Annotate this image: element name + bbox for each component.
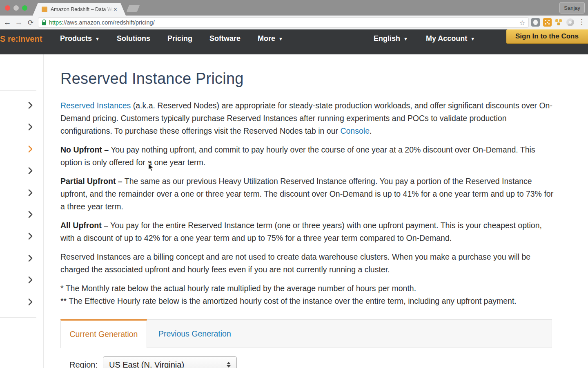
- partial-upfront-paragraph: Partial Upfront – The same as our previo…: [60, 175, 554, 213]
- region-select[interactable]: US East (N. Virginia): [103, 356, 237, 368]
- extension-icon[interactable]: [543, 18, 552, 27]
- footnotes: * The Monthly rate below the actual hour…: [60, 282, 554, 307]
- console-link[interactable]: Console: [340, 126, 370, 135]
- tab-title: Amazon Redshift – Data Wareh: [51, 7, 113, 12]
- profile-name: Sanjay: [564, 5, 580, 11]
- page-title: Reserved Instance Pricing: [60, 70, 588, 88]
- pricing-tabs: Previous Generation Current Generation R…: [60, 319, 552, 368]
- chevron-down-icon: ▼: [403, 36, 408, 41]
- aws-nav-bar: S re:Invent Products ▼ Solutions Pricing…: [0, 29, 588, 54]
- nav-products[interactable]: Products ▼: [60, 34, 100, 43]
- address-bar[interactable]: https ://aws.amazon.com/redshift/pricing…: [38, 17, 529, 28]
- intro-paragraph: Reserved Instances (a.k.a. Reserved Node…: [60, 99, 554, 137]
- page-content: Reserved Instance Pricing Reserved Insta…: [44, 54, 588, 368]
- chevron-down-icon: ▼: [278, 36, 283, 41]
- sidebar-item-chevron[interactable]: [28, 167, 33, 175]
- window-close-button[interactable]: [5, 5, 10, 11]
- browser-profile-button[interactable]: Sanjay: [559, 2, 585, 13]
- sidebar-divider: [0, 90, 36, 91]
- nav-right-items: English ▼ My Account ▼: [374, 33, 475, 44]
- collapsed-sidebar: [0, 54, 44, 368]
- nav-solutions[interactable]: Solutions: [117, 34, 150, 43]
- nav-software[interactable]: Software: [209, 34, 241, 43]
- aws-reinvent-logo[interactable]: S re:Invent: [0, 34, 42, 44]
- tab-strip-background: Previous Generation: [147, 319, 552, 348]
- extension-icon[interactable]: [531, 18, 540, 27]
- sidebar-item-chevron[interactable]: [28, 254, 33, 262]
- browser-menu-icon[interactable]: ⋮: [578, 18, 585, 26]
- no-upfront-paragraph: No Upfront – You pay nothing upfront, an…: [60, 144, 554, 169]
- nav-items: Products ▼ Solutions Pricing Software Mo…: [60, 33, 283, 44]
- extension-icon[interactable]: [566, 18, 574, 26]
- reserved-instances-link[interactable]: Reserved Instances: [60, 101, 131, 110]
- region-label: Region:: [69, 360, 98, 368]
- browser-titlebar: Amazon Redshift – Data Wareh × Sanjay: [0, 0, 588, 16]
- sidebar-item-chevron[interactable]: [28, 232, 33, 240]
- extension-icon[interactable]: [555, 18, 563, 27]
- nav-my-account[interactable]: My Account ▼: [426, 34, 475, 43]
- sign-in-console-button[interactable]: Sign In to the Cons: [506, 29, 588, 44]
- region-selected-value: US East (N. Virginia): [109, 360, 184, 368]
- bookmark-star-icon[interactable]: ☆: [519, 19, 525, 27]
- tab-previous-generation[interactable]: Previous Generation: [158, 329, 231, 339]
- nav-language[interactable]: English ▼: [374, 34, 408, 43]
- browser-toolbar: ← → ⟳ https ://aws.amazon.com/redshift/p…: [0, 16, 588, 29]
- all-upfront-paragraph: All Upfront – You pay for the entire Res…: [60, 219, 554, 245]
- footnote-effective-hourly: ** The Effective Hourly rate below is th…: [60, 295, 554, 307]
- secure-lock-icon: [42, 19, 47, 26]
- back-icon[interactable]: ←: [2, 17, 13, 28]
- billing-paragraph: Reserved Instances are a billing concept…: [60, 251, 554, 276]
- sidebar-item-chevron[interactable]: [28, 211, 33, 218]
- sidebar-divider: [0, 317, 36, 318]
- sidebar-item-chevron-active[interactable]: [28, 145, 33, 153]
- url-scheme: https: [49, 19, 62, 26]
- reload-icon[interactable]: ⟳: [25, 17, 36, 28]
- tab-close-icon[interactable]: ×: [114, 6, 117, 12]
- url-text: ://aws.amazon.com/redshift/pricing/: [62, 19, 154, 26]
- chevron-down-icon: ▼: [470, 36, 475, 41]
- redshift-favicon-icon: [42, 7, 47, 12]
- sidebar-item-chevron[interactable]: [28, 189, 33, 197]
- browser-tab[interactable]: Amazon Redshift – Data Wareh ×: [33, 3, 126, 16]
- chevron-down-icon: ▼: [95, 36, 100, 41]
- tab-strip: Previous Generation Current Generation: [60, 319, 552, 348]
- window-zoom-button[interactable]: [22, 5, 27, 11]
- nav-more[interactable]: More ▼: [258, 34, 283, 43]
- tab-current-generation[interactable]: Current Generation: [60, 319, 147, 348]
- region-row: Region: US East (N. Virginia): [60, 356, 552, 368]
- sidebar-item-chevron[interactable]: [28, 123, 33, 131]
- sidebar-item-chevron[interactable]: [28, 298, 33, 306]
- forward-icon: →: [13, 17, 24, 28]
- new-tab-button[interactable]: [127, 5, 140, 12]
- sidebar-item-chevron[interactable]: [28, 276, 33, 284]
- sidebar-item-chevron[interactable]: [28, 101, 33, 109]
- nav-pricing[interactable]: Pricing: [167, 34, 192, 43]
- footnote-monthly: * The Monthly rate below the actual hour…: [60, 282, 554, 295]
- select-arrows-icon: [227, 362, 231, 368]
- window-minimize-button[interactable]: [13, 5, 19, 11]
